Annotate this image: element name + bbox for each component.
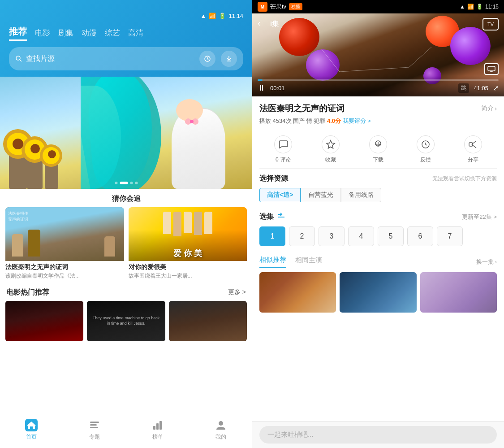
nav-tab-variety[interactable]: 综艺 [105,27,120,39]
right-panel: M 芒果tv 独播 ▲ 📶 🔋 11:15 ‹ I集 TV [252,0,504,448]
download-button[interactable]: 下载 [354,135,402,164]
dot-1[interactable] [115,182,117,184]
nav-item-chart[interactable]: 榜单 [126,419,190,441]
fullscreen-button[interactable]: ⤢ [493,84,499,92]
episode-btn-4[interactable]: 4 [348,226,374,246]
guess-section-title: 猜你会追 [0,189,252,207]
nav-tab-recommend[interactable]: 推荐 [9,25,27,41]
nav-item-home[interactable]: 首页 [0,419,63,441]
share-icon [464,135,482,153]
nav-item-topic[interactable]: 专题 [63,419,126,441]
movie-grid: ... They used a time machine to go back … [0,301,252,341]
svg-rect-9 [90,427,98,428]
episode-btn-7[interactable]: 7 [437,226,463,246]
controls-row: ⏸ 00:01 跳 41:05 ⤢ [258,83,499,93]
rate-button[interactable]: 我要评分 > [343,117,371,124]
cast-button[interactable] [484,63,499,75]
history-button[interactable] [199,51,215,67]
banner-dots [115,182,138,184]
source-tabs: 高清<追> 自营蓝光 备用线路 [259,188,497,202]
banner-area[interactable] [0,77,252,189]
episode-header: 选集 更新至22集 > [259,212,497,222]
left-panel: ▲ 📶 🔋 11:14 推荐 电影 剧集 动漫 综艺 高清 查找片源 [0,0,252,448]
dot-2[interactable] [120,182,128,184]
nav-label-chart: 榜单 [152,433,163,441]
comment-input[interactable]: 一起来吐槽吧... [259,426,497,444]
player-episode-label: I集 [270,20,279,28]
home-icon [25,419,38,431]
nav-tabs: 推荐 电影 剧集 动漫 综艺 高清 [9,25,243,41]
movie-thumb-1[interactable]: ... [5,301,83,341]
signal-icon: 📶 [209,13,216,19]
intro-label: 简介 [481,104,494,113]
similar-thumb-1[interactable] [259,272,336,313]
episode-title: 选集 [259,212,274,222]
status-bar-left: ▲ 📶 🔋 11:14 [9,13,243,19]
video-info: 法医秦明之无声的证词 简介 › 播放 4534次 国产 情 犯罪 4.0分 我要… [252,96,504,129]
movie-section-header: 电影热门推荐 更多 > [0,284,252,301]
tv-button[interactable]: TV [482,18,499,30]
dot-4[interactable] [135,182,138,184]
source-header: 选择资源 无法观看尝试切换下方资源 [259,174,497,183]
nav-label-profile: 我的 [215,433,226,441]
dot-3[interactable] [130,182,133,184]
episode-btn-6[interactable]: 6 [407,226,433,246]
refresh-label: 换一批 [476,258,494,266]
chart-icon [151,419,164,431]
nav-tab-movie[interactable]: 电影 [35,27,50,39]
back-button[interactable]: ‹ [258,18,261,28]
time-left: 11:14 [228,13,243,19]
similar-tab-recommend[interactable]: 相似推荐 [259,256,286,268]
similar-section: 相似推荐 相同主演 换一批 › [252,250,504,421]
wifi-icon-right: ▲ [460,4,465,10]
feedback-button[interactable]: 反馈 [402,135,449,164]
episode-btn-2[interactable]: 2 [289,226,315,246]
video-meta: 播放 4534次 国产 情 犯罪 4.0分 我要评分 > [259,117,497,125]
movie-thumb-3[interactable] [169,301,247,341]
nav-tab-hd[interactable]: 高清 [128,27,143,39]
guess-item-1[interactable]: 法医秦明传无声的证词 法医秦明之无声的证词 该剧改编自秦明文学作品《法... [5,207,124,280]
episode-btn-5[interactable]: 5 [378,226,404,246]
favorite-button[interactable]: 收藏 [307,135,354,164]
video-player[interactable]: ‹ I集 TV ⏸ 00:01 跳 41:05 ⤢ [252,13,504,96]
nav-tab-series[interactable]: 剧集 [58,27,73,39]
intro-link[interactable]: 简介 › [481,104,497,113]
download-button[interactable] [221,51,237,67]
guess-item-2[interactable]: 爱 你 美 对你的爱很美 故事围绕着王大山一家居... [129,207,247,280]
chevron-right-similar: › [495,258,497,265]
comment-label: 0 评论 [276,156,291,164]
nav-tab-anime[interactable]: 动漫 [82,27,97,39]
sort-icon[interactable] [277,212,285,222]
progress-fill [258,79,263,81]
source-tab-bluray[interactable]: 自营蓝光 [301,188,341,202]
more-movies-link[interactable]: 更多 > [228,288,246,296]
feedback-label: 反馈 [420,156,431,164]
svg-marker-19 [327,140,335,148]
movie-thumb-2[interactable]: They used a time machine to go back in t… [87,301,165,341]
pause-button[interactable]: ⏸ [258,83,266,93]
search-bar[interactable]: 查找片源 [9,47,243,70]
source-tab-hd[interactable]: 高清<追> [259,188,301,202]
search-icon [15,55,22,62]
movie-section-title: 电影热门推荐 [6,288,228,297]
orb-purple2 [450,27,491,65]
action-buttons: 0 评论 收藏 下载 [259,129,497,169]
profile-icon [215,419,227,431]
episode-btn-1[interactable]: 1 [259,226,285,246]
similar-thumb-3[interactable] [420,272,497,313]
episode-btn-3[interactable]: 3 [319,226,345,246]
share-button[interactable]: 分享 [449,135,497,164]
update-info[interactable]: 更新至22集 > [462,213,497,221]
skip-button[interactable]: 跳 [458,83,469,93]
nav-item-profile[interactable]: 我的 [189,419,252,441]
comment-button[interactable]: 0 评论 [259,135,307,164]
favorite-label: 收藏 [325,156,336,164]
similar-tab-actor[interactable]: 相同主演 [295,256,322,267]
download-icon [369,135,387,153]
similar-thumb-2[interactable] [340,272,416,313]
progress-bar[interactable] [258,79,499,81]
source-tab-backup[interactable]: 备用线路 [341,188,381,202]
comment-bar: 一起来吐槽吧... [252,421,504,448]
refresh-button[interactable]: 换一批 › [476,258,497,266]
svg-point-0 [16,56,20,60]
